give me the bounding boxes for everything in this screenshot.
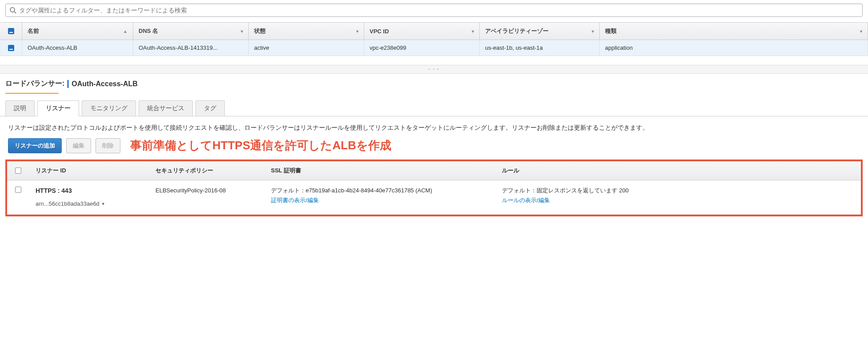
select-all-checkbox[interactable]	[8, 28, 14, 34]
cell-dns: OAuth-Access-ALB-1413319...	[133, 40, 249, 56]
lb-table-header: 名前 ▲ DNS 名 ▾ 状態 ▾ VPC ID ▾ アベイラビリティーゾー ▾…	[0, 22, 868, 40]
col-label: アベイラビリティーゾー	[485, 27, 549, 35]
search-icon	[9, 7, 16, 14]
listener-cell-rule: デフォルト：固定レスポンスを返しています 200 ルールの表示/編集	[496, 180, 861, 214]
col-header-az[interactable]: アベイラビリティーゾー ▾	[480, 23, 600, 40]
chevron-down-icon: ▼	[101, 201, 105, 207]
detail-label-prefix: ロードバランサー:	[5, 79, 64, 88]
listener-header-checkbox-cell[interactable]	[7, 161, 29, 180]
dropdown-caret-icon: ▾	[592, 29, 594, 34]
col-header-dns[interactable]: DNS 名 ▾	[133, 23, 249, 40]
tab-monitoring[interactable]: モニタリング	[82, 100, 136, 116]
annotation-text: 事前準備としてHTTPS通信を許可したALBを作成	[130, 138, 391, 153]
listener-cell-policy: ELBSecurityPolicy-2016-08	[149, 180, 265, 214]
ssl-view-edit-link[interactable]: 証明書の表示/編集	[271, 195, 490, 205]
listener-action-row: リスナーの追加 編集 削除 事前準備としてHTTPS通信を許可したALBを作成	[0, 135, 868, 160]
listener-col-ssl: SSL 証明書	[265, 161, 496, 180]
edit-button: 編集	[66, 138, 91, 153]
listener-table-header: リスナー ID セキュリティポリシー SSL 証明書 ルール	[7, 161, 861, 180]
col-label: 状態	[254, 27, 266, 35]
pane-splitter[interactable]: • • •	[0, 65, 868, 74]
sort-asc-icon: ▲	[123, 29, 127, 34]
listener-description: リスナーは設定されたプロトコルおよびポートを使用して接続リクエストを確認し、ロー…	[0, 116, 868, 135]
rule-view-edit-link[interactable]: ルールの表示/編集	[502, 195, 855, 205]
tab-listeners[interactable]: リスナー	[37, 100, 79, 116]
listener-row-checkbox-cell[interactable]	[7, 180, 29, 214]
row-checkbox-cell[interactable]	[0, 40, 22, 56]
lb-table-row[interactable]: OAuth-Access-ALB OAuth-Access-ALB-141331…	[0, 40, 868, 56]
row-checkbox[interactable]	[8, 45, 14, 51]
col-label: VPC ID	[370, 28, 389, 35]
tab-tags[interactable]: タグ	[195, 100, 225, 116]
listener-cell-ssl: デフォルト：e75b19af-a1cb-4b24-8494-40e77c3617…	[265, 180, 496, 214]
rule-default-text: デフォルト：固定レスポンスを返しています 200	[502, 186, 855, 195]
col-label: DNS 名	[139, 27, 158, 35]
cell-type: application	[600, 40, 868, 56]
tab-description[interactable]: 説明	[5, 100, 35, 116]
svg-point-0	[10, 8, 15, 12]
cell-name: OAuth-Access-ALB	[22, 40, 133, 56]
svg-line-1	[14, 12, 16, 13]
listener-select-all-checkbox[interactable]	[15, 168, 21, 174]
col-label: 種類	[605, 27, 617, 35]
col-header-vpc[interactable]: VPC ID ▾	[364, 23, 480, 40]
delete-button: 削除	[96, 138, 120, 153]
col-header-type[interactable]: 種類 ▾	[600, 23, 868, 40]
header-checkbox-cell[interactable]	[0, 23, 22, 40]
col-label: 名前	[28, 27, 39, 35]
listener-id-title: HTTPS : 443	[36, 186, 143, 196]
detail-bar-icon	[67, 80, 69, 88]
cell-state: active	[249, 40, 364, 56]
dropdown-caret-icon: ▾	[860, 29, 862, 34]
listener-col-policy: セキュリティポリシー	[149, 161, 265, 180]
search-bar[interactable]	[5, 4, 863, 17]
annotation-highlight-box: リスナー ID セキュリティポリシー SSL 証明書 ルール HTTPS : 4…	[5, 160, 863, 216]
listener-arn[interactable]: arn...56cc1b8ada33ae6d ▼	[36, 199, 143, 209]
dropdown-caret-icon: ▾	[356, 29, 358, 34]
ssl-default-text: デフォルト：e75b19af-a1cb-4b24-8494-40e77c3617…	[271, 186, 490, 195]
cell-az: us-east-1b, us-east-1a	[480, 40, 600, 56]
listener-row-checkbox[interactable]	[15, 187, 21, 193]
tab-integrated-services[interactable]: 統合サービス	[139, 100, 193, 116]
cell-vpc: vpc-e238e099	[364, 40, 480, 56]
col-header-state[interactable]: 状態 ▾	[249, 23, 364, 40]
accent-underline	[5, 93, 59, 94]
listener-col-id: リスナー ID	[29, 161, 149, 180]
dropdown-caret-icon: ▾	[472, 29, 474, 34]
listener-table-row[interactable]: HTTPS : 443 arn...56cc1b8ada33ae6d ▼ ELB…	[7, 180, 861, 215]
dropdown-caret-icon: ▾	[241, 29, 243, 34]
tabs: 説明 リスナー モニタリング 統合サービス タグ	[0, 100, 868, 116]
detail-header: ロードバランサー: OAuth-Access-ALB	[0, 74, 868, 91]
listener-arn-text: arn...56cc1b8ada33ae6d	[36, 199, 100, 209]
search-input[interactable]	[19, 7, 859, 14]
listener-cell-id: HTTPS : 443 arn...56cc1b8ada33ae6d ▼	[29, 180, 149, 214]
col-header-name[interactable]: 名前 ▲	[22, 23, 133, 40]
add-listener-button[interactable]: リスナーの追加	[8, 138, 62, 153]
listener-col-rule: ルール	[496, 161, 861, 180]
detail-name: OAuth-Access-ALB	[72, 80, 137, 88]
